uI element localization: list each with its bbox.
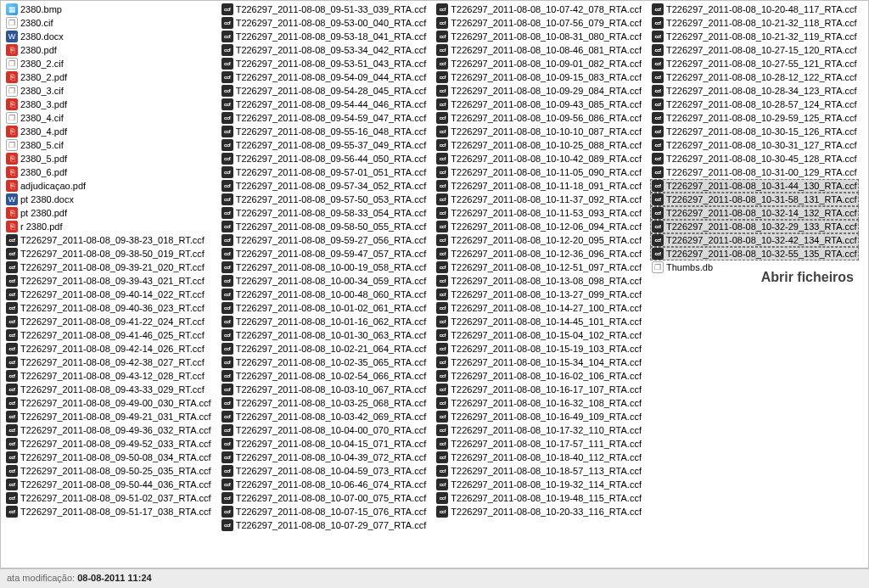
- file-item[interactable]: ccfT226297_2011-08-08_10-30-45_128_RTA.c…: [650, 152, 859, 165]
- file-item[interactable]: ❐2380_5.cif: [4, 138, 213, 152]
- file-item[interactable]: ccfT226297_2011-08-08_10-08-31_080_RTA.c…: [434, 30, 643, 43]
- file-item[interactable]: ccfT226297_2011-08-08_09-39-21_020_RT.cc…: [4, 260, 213, 274]
- file-item[interactable]: ccfT226297_2011-08-08_10-32-14_132_RTA.c…: [650, 206, 859, 220]
- file-item[interactable]: ccfT226297_2011-08-08_10-07-29_077_RTA.c…: [220, 518, 429, 532]
- file-item[interactable]: ccfT226297_2011-08-08_10-32-29_133_RTA.c…: [650, 220, 859, 233]
- file-item[interactable]: ccfT226297_2011-08-08_10-16-49_109_RTA.c…: [434, 410, 643, 423]
- file-item[interactable]: ⎘r 2380.pdf: [4, 220, 213, 233]
- file-item[interactable]: ccfT226297_2011-08-08_10-31-00_129_RTA.c…: [650, 165, 859, 179]
- file-item[interactable]: ccfT226297_2011-08-08_09-53-18_041_RTA.c…: [220, 30, 429, 43]
- file-item[interactable]: ccfT226297_2011-08-08_10-06-46_074_RTA.c…: [220, 478, 429, 491]
- file-item[interactable]: ccfT226297_2011-08-08_10-20-48_117_RTA.c…: [650, 3, 859, 16]
- file-item[interactable]: ccfT226297_2011-08-08_09-54-59_047_RTA.c…: [220, 111, 429, 125]
- file-item[interactable]: ccfT226297_2011-08-08_09-51-02_037_RTA.c…: [4, 491, 213, 505]
- file-item[interactable]: ccfT226297_2011-08-08_10-04-15_071_RTA.c…: [220, 437, 429, 451]
- file-item[interactable]: ccfT226297_2011-08-08_10-12-51_097_RTA.c…: [434, 260, 643, 274]
- file-item[interactable]: ▦2380.bmp: [4, 3, 213, 16]
- file-list-pane[interactable]: ▦2380.bmp❐2380.cifW2380.docx⎘2380.pdf❐23…: [0, 0, 869, 568]
- file-item[interactable]: Wpt 2380.docx: [4, 193, 213, 206]
- file-item[interactable]: ccfT226297_2011-08-08_09-38-50_019_RT.cc…: [4, 247, 213, 260]
- file-item[interactable]: ccfT226297_2011-08-08_09-54-09_044_RTA.c…: [220, 70, 429, 84]
- file-item[interactable]: ccfT226297_2011-08-08_10-09-29_084_RTA.c…: [434, 84, 643, 98]
- file-item[interactable]: ccfT226297_2011-08-08_09-40-14_022_RT.cc…: [4, 288, 213, 301]
- file-item[interactable]: ccfT226297_2011-08-08_09-57-50_053_RTA.c…: [220, 193, 429, 206]
- file-item[interactable]: ccfT226297_2011-08-08_10-01-30_063_RTA.c…: [220, 328, 429, 342]
- file-item[interactable]: ccfT226297_2011-08-08_10-16-32_108_RTA.c…: [434, 396, 643, 410]
- file-item[interactable]: ccfT226297_2011-08-08_10-10-10_087_RTA.c…: [434, 125, 643, 138]
- file-item[interactable]: ccfT226297_2011-08-08_09-59-27_056_RTA.c…: [220, 233, 429, 247]
- file-item[interactable]: ccfT226297_2011-08-08_10-14-27_100_RTA.c…: [434, 301, 643, 315]
- file-item[interactable]: ccfT226297_2011-08-08_10-17-57_111_RTA.c…: [434, 437, 643, 451]
- file-item[interactable]: ccfT226297_2011-08-08_10-01-16_062_RTA.c…: [220, 315, 429, 328]
- file-item[interactable]: ⎘adjudicaçao.pdf: [4, 179, 213, 193]
- file-item[interactable]: ccfT226297_2011-08-08_10-09-15_083_RTA.c…: [434, 70, 643, 84]
- file-item[interactable]: ccfT226297_2011-08-08_10-21-32_119_RTA.c…: [650, 30, 859, 43]
- file-item[interactable]: ccfT226297_2011-08-08_10-01-02_061_RTA.c…: [220, 301, 429, 315]
- file-item[interactable]: ccfT226297_2011-08-08_09-53-51_043_RTA.c…: [220, 57, 429, 70]
- file-item[interactable]: ⎘2380_3.pdf: [4, 98, 213, 111]
- file-item[interactable]: ccfT226297_2011-08-08_10-13-08_098_RTA.c…: [434, 274, 643, 288]
- file-item[interactable]: ccfT226297_2011-08-08_09-49-00_030_RTA.c…: [4, 396, 213, 410]
- file-item[interactable]: ccfT226297_2011-08-08_10-31-58_131_RTA.c…: [650, 193, 859, 206]
- file-item[interactable]: ❐2380_4.cif: [4, 111, 213, 125]
- file-item[interactable]: ccfT226297_2011-08-08_10-13-27_099_RTA.c…: [434, 288, 643, 301]
- file-item[interactable]: ccfT226297_2011-08-08_09-50-25_035_RTA.c…: [4, 464, 213, 478]
- file-item[interactable]: ccfT226297_2011-08-08_09-53-34_042_RTA.c…: [220, 43, 429, 57]
- file-item[interactable]: ccfT226297_2011-08-08_09-43-12_028_RT.cc…: [4, 369, 213, 383]
- file-item[interactable]: ccfT226297_2011-08-08_10-00-19_058_RTA.c…: [220, 260, 429, 274]
- file-item[interactable]: ⎘2380.pdf: [4, 43, 213, 57]
- file-item[interactable]: ccfT226297_2011-08-08_10-07-56_079_RTA.c…: [434, 16, 643, 30]
- file-item[interactable]: ccfT226297_2011-08-08_09-58-50_055_RTA.c…: [220, 220, 429, 233]
- file-item[interactable]: ccfT226297_2011-08-08_10-18-40_112_RTA.c…: [434, 451, 643, 464]
- file-item[interactable]: ccfT226297_2011-08-08_09-42-38_027_RT.cc…: [4, 356, 213, 369]
- file-item[interactable]: ccfT226297_2011-08-08_10-21-32_118_RTA.c…: [650, 16, 859, 30]
- file-item[interactable]: ccfT226297_2011-08-08_10-32-42_134_RTA.c…: [650, 233, 859, 247]
- file-item[interactable]: ccfT226297_2011-08-08_10-20-33_116_RTA.c…: [434, 505, 643, 518]
- file-item[interactable]: ccfT226297_2011-08-08_09-50-08_034_RTA.c…: [4, 451, 213, 464]
- file-item[interactable]: ccfT226297_2011-08-08_10-28-57_124_RTA.c…: [650, 98, 859, 111]
- file-item[interactable]: ccfT226297_2011-08-08_10-07-15_076_RTA.c…: [220, 505, 429, 518]
- file-item[interactable]: ⎘2380_6.pdf: [4, 165, 213, 179]
- file-item[interactable]: ccfT226297_2011-08-08_10-07-00_075_RTA.c…: [220, 491, 429, 505]
- file-item[interactable]: ccfT226297_2011-08-08_10-31-44_130_RTA.c…: [650, 179, 859, 193]
- file-item[interactable]: ccfT226297_2011-08-08_09-58-33_054_RTA.c…: [220, 206, 429, 220]
- file-item[interactable]: ccfT226297_2011-08-08_10-09-56_086_RTA.c…: [434, 111, 643, 125]
- file-item[interactable]: ccfT226297_2011-08-08_10-12-20_095_RTA.c…: [434, 233, 643, 247]
- file-item[interactable]: ❐2380_2.cif: [4, 57, 213, 70]
- file-item[interactable]: ccfT226297_2011-08-08_10-19-32_114_RTA.c…: [434, 478, 643, 491]
- file-item[interactable]: ccfT226297_2011-08-08_10-16-02_106_RTA.c…: [434, 369, 643, 383]
- file-item[interactable]: ccfT226297_2011-08-08_10-16-17_107_RTA.c…: [434, 383, 643, 396]
- file-item[interactable]: ccfT226297_2011-08-08_10-12-06_094_RTA.c…: [434, 220, 643, 233]
- file-item[interactable]: ccfT226297_2011-08-08_09-40-36_023_RT.cc…: [4, 301, 213, 315]
- file-item[interactable]: ccfT226297_2011-08-08_10-02-54_066_RTA.c…: [220, 369, 429, 383]
- file-item[interactable]: ccfT226297_2011-08-08_10-03-10_067_RTA.c…: [220, 383, 429, 396]
- file-item[interactable]: ccfT226297_2011-08-08_10-03-42_069_RTA.c…: [220, 410, 429, 423]
- file-item[interactable]: ⎘pt 2380.pdf: [4, 206, 213, 220]
- file-item[interactable]: ⎘2380_4.pdf: [4, 125, 213, 138]
- file-item[interactable]: W2380.docx: [4, 30, 213, 43]
- file-item[interactable]: ccfT226297_2011-08-08_10-19-48_115_RTA.c…: [434, 491, 643, 505]
- file-item[interactable]: ccfT226297_2011-08-08_10-11-37_092_RTA.c…: [434, 193, 643, 206]
- file-item[interactable]: ccfT226297_2011-08-08_10-08-46_081_RTA.c…: [434, 43, 643, 57]
- file-item[interactable]: ccfT226297_2011-08-08_09-49-36_032_RTA.c…: [4, 423, 213, 437]
- file-item[interactable]: ccfT226297_2011-08-08_10-11-05_090_RTA.c…: [434, 165, 643, 179]
- file-item[interactable]: ccfT226297_2011-08-08_10-27-15_120_RTA.c…: [650, 43, 859, 57]
- file-item[interactable]: ccfT226297_2011-08-08_09-57-34_052_RTA.c…: [220, 179, 429, 193]
- file-item[interactable]: ccfT226297_2011-08-08_09-50-44_036_RTA.c…: [4, 478, 213, 491]
- file-item[interactable]: ccfT226297_2011-08-08_09-51-33_039_RTA.c…: [220, 3, 429, 16]
- file-item[interactable]: ccfT226297_2011-08-08_09-51-17_038_RTA.c…: [4, 505, 213, 518]
- file-item[interactable]: ccfT226297_2011-08-08_10-09-01_082_RTA.c…: [434, 57, 643, 70]
- file-item[interactable]: ccfT226297_2011-08-08_09-54-28_045_RTA.c…: [220, 84, 429, 98]
- file-item[interactable]: ccfT226297_2011-08-08_09-59-47_057_RTA.c…: [220, 247, 429, 260]
- file-item[interactable]: ⎘2380_2.pdf: [4, 70, 213, 84]
- file-item[interactable]: ccfT226297_2011-08-08_10-30-15_126_RTA.c…: [650, 125, 859, 138]
- file-item[interactable]: ccfT226297_2011-08-08_10-04-39_072_RTA.c…: [220, 451, 429, 464]
- file-item[interactable]: ccfT226297_2011-08-08_10-12-36_096_RTA.c…: [434, 247, 643, 260]
- file-item[interactable]: ccfT226297_2011-08-08_10-15-34_104_RTA.c…: [434, 356, 643, 369]
- file-item[interactable]: ccfT226297_2011-08-08_10-04-00_070_RTA.c…: [220, 423, 429, 437]
- file-item[interactable]: ccfT226297_2011-08-08_10-15-04_102_RTA.c…: [434, 328, 643, 342]
- file-item[interactable]: ccfT226297_2011-08-08_10-10-25_088_RTA.c…: [434, 138, 643, 152]
- file-item[interactable]: ccfT226297_2011-08-08_10-07-42_078_RTA.c…: [434, 3, 643, 16]
- file-item[interactable]: ccfT226297_2011-08-08_10-18-57_113_RTA.c…: [434, 464, 643, 478]
- file-item[interactable]: ccfT226297_2011-08-08_10-14-45_101_RTA.c…: [434, 315, 643, 328]
